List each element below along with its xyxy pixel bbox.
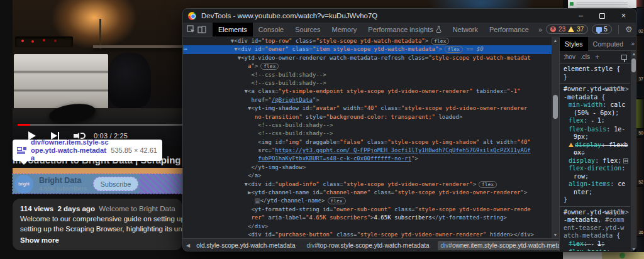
inspect-element-icon[interactable]: [187, 25, 195, 35]
styles-scrollbar[interactable]: ▲ ▼: [631, 51, 636, 251]
minimize-button[interactable]: –: [579, 12, 583, 19]
suggested-video-thumbnail[interactable]: [636, 0, 644, 8]
dom-tree-node[interactable]: ▼<ytd-video-owner-renderer watch-metadat…: [183, 54, 552, 62]
stylesheet-link[interactable]: <style>: [602, 85, 629, 94]
dom-tree-node[interactable]: no-transition" style="background-color: …: [183, 113, 552, 121]
dom-tree-node[interactable]: href="/@BrightData">: [183, 96, 552, 104]
dom-tree-node[interactable]: ▶<ytd-channel-name id="channel-name" cla…: [183, 189, 552, 197]
rendering-icon[interactable]: [621, 55, 627, 60]
dom-tree-node[interactable]: src="https://yt3.ggpht.com/_Q-FPPjoMEH_3…: [183, 146, 552, 155]
dom-tree-node[interactable]: <!--css-build:shady-->: [183, 121, 552, 130]
dom-tree-node[interactable]: </yt-img-shadow>: [183, 163, 552, 172]
description-box[interactable]: 114 views 2 days ago Welcome to Bright D…: [13, 199, 182, 250]
tab-memory[interactable]: Memory: [326, 23, 363, 36]
dom-tree-node[interactable]: <yt-formatted-string id="owner-sub-count…: [183, 206, 552, 214]
scroll-up-icon[interactable]: ▲: [552, 38, 559, 43]
dom-tree-node[interactable]: fubPO1haKyFtbxKBURT=s48-c-k-c0x00ffffff-…: [183, 155, 552, 163]
css-property[interactable]: display: flex;: [564, 157, 629, 165]
flex-badge[interactable]: flex: [260, 63, 279, 70]
dom-tree-node[interactable]: ▼<div id="upload-info" class="style-scop…: [183, 180, 552, 189]
style-rule[interactable]: #owner.ytd-watch-metadata {<style>min-wi…: [560, 84, 630, 207]
attribute-link[interactable]: fubPO1haKyFtbxKBURT=s48-c-k-c0x00ffffff-…: [258, 155, 411, 162]
element-style-section[interactable]: element.style {}: [560, 63, 630, 84]
dom-tree-node[interactable]: ▼<div id="top-row" class="style-scope yt…: [183, 37, 552, 45]
devtools-titlebar[interactable]: DevTools - www.youtube.com/watch?v=kuDuJ…: [183, 9, 636, 23]
tab-performance[interactable]: Performance: [484, 23, 535, 36]
scene-headset: [108, 53, 151, 108]
show-more-button[interactable]: Show more: [20, 235, 182, 245]
dom-tree-node[interactable]: …</ytd-channel-name>flex: [183, 197, 552, 205]
close-button[interactable]: ×: [621, 12, 626, 19]
pseudo-state-button[interactable]: :hov: [564, 53, 575, 60]
stylesheet-link[interactable]: <style>: [602, 209, 629, 217]
flex-badge[interactable]: flex: [328, 197, 346, 204]
issues-badge[interactable]: 5: [592, 25, 612, 34]
tab-sources[interactable]: Sources: [289, 23, 326, 36]
errors-warnings-badge[interactable]: 23 37: [546, 25, 588, 34]
dom-tree-node[interactable]: ▼<yt-img-shadow id="avatar" width="40" c…: [183, 104, 552, 113]
device-toolbar-icon[interactable]: [197, 25, 206, 35]
suggested-video-thumbnail[interactable]: 02: [636, 8, 644, 36]
settings-gear-icon[interactable]: ⚙: [625, 25, 633, 34]
scrollbar-thumb[interactable]: [553, 95, 558, 119]
more-tabs-button[interactable]: »: [535, 26, 546, 33]
css-property[interactable]: flex: ▸ 1;: [564, 240, 629, 249]
channel-name[interactable]: Bright Data: [39, 176, 93, 185]
scene-lamp: [99, 19, 101, 49]
classes-button[interactable]: .cls: [580, 53, 590, 60]
dom-tree-node[interactable]: rer" aria-label="4.65K subscribers">4.65…: [183, 214, 552, 222]
style-rule[interactable]: #owner.ytd-watch-metadata, #comment-teas…: [560, 207, 630, 252]
dom-tree-node[interactable]: </div>: [183, 223, 552, 231]
suggested-video-thumbnail[interactable]: [636, 99, 644, 130]
tab-console[interactable]: Console: [253, 23, 289, 36]
new-style-rule-button[interactable]: +: [595, 53, 599, 62]
scroll-down-icon[interactable]: ▼: [631, 247, 636, 251]
scroll-down-icon[interactable]: ▼: [552, 233, 559, 237]
dom-tree-node[interactable]: ▼<a class="yt-simple-endpoint style-scop…: [183, 87, 552, 96]
dom-tree-node[interactable]: </a>: [183, 172, 552, 180]
styles-tab-computed[interactable]: Computed: [588, 37, 628, 51]
elements-scrollbar[interactable]: ▲ ▼: [552, 37, 559, 238]
breadcrumb-item[interactable]: div#owner.item.style-scope.ytd-watch-met…: [438, 241, 577, 250]
dom-tree-node[interactable]: ▼<div id="owner" class="item style-scope…: [183, 45, 552, 53]
css-property[interactable]: min-width: calc(50% - 6px);: [564, 101, 629, 117]
dom-tree-node[interactable]: <div id="purchase-button" class="style-s…: [183, 231, 552, 238]
css-property[interactable]: flex-basis: 1e-9px;: [564, 126, 629, 141]
suggested-video-thumbnail[interactable]: 52: [636, 138, 644, 187]
breadcrumb-left-icon[interactable]: ◀: [183, 243, 193, 248]
suggested-video-thumbnail[interactable]: [636, 84, 644, 99]
dom-tree-node[interactable]: <!--css-build:shady-->: [183, 79, 552, 87]
styles-more-tabs[interactable]: »: [631, 40, 636, 47]
dom-tree-node[interactable]: <!--css-build:shady-->: [183, 130, 552, 138]
css-property[interactable]: display: flexbox;: [564, 141, 629, 157]
scrollbar-thumb[interactable]: [631, 58, 636, 72]
dom-tree-node[interactable]: <!--css-build:shady-->: [183, 71, 552, 79]
suggested-video-thumbnail[interactable]: 36: [636, 187, 644, 237]
css-property[interactable]: flex-basis:: [564, 248, 629, 251]
warning-icon: [569, 143, 574, 147]
breadcrumb-item[interactable]: old.style-scope.ytd-watch-metadata: [193, 241, 298, 250]
scroll-up-icon[interactable]: ▲: [631, 52, 636, 56]
flex-badge[interactable]: flex: [445, 46, 463, 53]
css-property[interactable]: align-items: center;: [564, 180, 629, 196]
attribute-link[interactable]: https://yt3.ggpht.com/_Q-FPPjoMEH_3ocfi1…: [275, 147, 530, 153]
subscribe-button[interactable]: Subscribe: [93, 177, 138, 191]
flex-badge[interactable]: flex: [431, 38, 449, 45]
flex-editor-icon[interactable]: [623, 158, 628, 163]
maximize-button[interactable]: [599, 13, 605, 19]
breadcrumb: ◀ old.style-scope.ytd-watch-metadatadiv#…: [183, 238, 559, 251]
tab-elements[interactable]: Elements: [213, 23, 253, 36]
breadcrumb-item[interactable]: div#top-row.style-scope.ytd-watch-metada…: [303, 241, 432, 250]
flex-badge[interactable]: flex: [479, 181, 497, 188]
tab-performance-insights[interactable]: Performance insights: [362, 23, 447, 36]
dom-tree-node[interactable]: <img id="img" draggable="false" class="s…: [183, 138, 552, 146]
styles-tab-styles[interactable]: Styles: [560, 37, 588, 51]
suggested-video-thumbnail[interactable]: 50: [636, 130, 644, 138]
channel-avatar[interactable]: bright: [14, 175, 33, 194]
attribute-link[interactable]: /@BrightData: [272, 97, 313, 103]
suggested-video-thumbnail[interactable]: 37: [636, 36, 644, 84]
dom-tree-node[interactable]: a">flex: [183, 62, 552, 70]
css-property[interactable]: flex: ▸ 1;: [564, 117, 629, 126]
tab-network[interactable]: Network: [447, 23, 484, 36]
css-property[interactable]: flex-direction: row;: [564, 165, 629, 180]
